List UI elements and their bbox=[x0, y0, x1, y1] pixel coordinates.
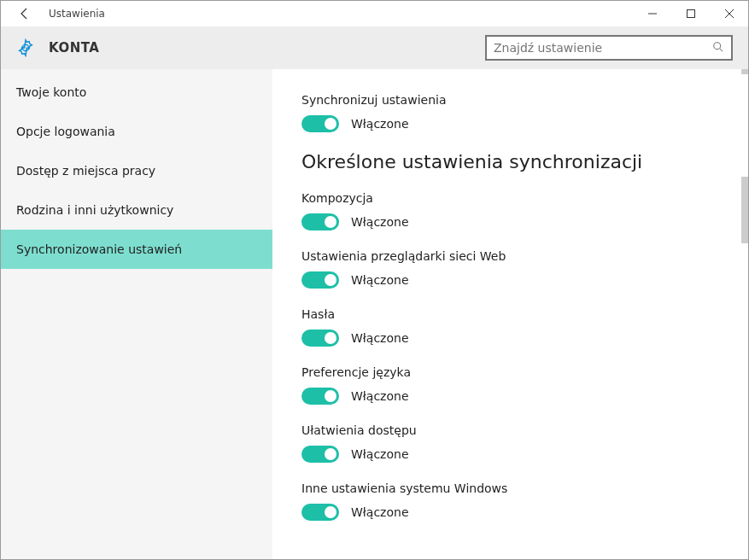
back-button[interactable] bbox=[8, 1, 42, 26]
search-box[interactable] bbox=[485, 35, 733, 61]
toggle-language[interactable] bbox=[301, 388, 339, 405]
toggle-other[interactable] bbox=[301, 504, 339, 521]
settings-window: Ustawienia KONTA Twoje konto Opcje logow… bbox=[0, 0, 749, 560]
scrollbar-nub-top[interactable] bbox=[741, 69, 748, 74]
window-title: Ustawienia bbox=[49, 1, 105, 26]
sync-label: Synchronizuj ustawienia bbox=[301, 93, 723, 107]
toggle-row-passwords: Włączone bbox=[301, 330, 723, 347]
toggle-label-theme: Kompozycja bbox=[301, 191, 723, 205]
toggle-state-ease: Włączone bbox=[351, 447, 409, 461]
scrollbar-thumb[interactable] bbox=[741, 177, 748, 243]
body: Twoje konto Opcje logowania Dostęp z mie… bbox=[1, 69, 748, 559]
svg-point-4 bbox=[714, 42, 721, 49]
toggle-state-other: Włączone bbox=[351, 505, 409, 519]
toggle-label-passwords: Hasła bbox=[301, 307, 723, 321]
toggle-state-language: Włączone bbox=[351, 389, 409, 403]
svg-rect-1 bbox=[687, 10, 694, 18]
content-pane: Synchronizuj ustawienia Włączone Określo… bbox=[272, 69, 748, 559]
page-header: KONTA bbox=[1, 26, 748, 69]
toggle-ease[interactable] bbox=[301, 446, 339, 463]
sync-toggle-row: Włączone bbox=[301, 115, 723, 132]
toggle-passwords[interactable] bbox=[301, 330, 339, 347]
toggle-state-passwords: Włączone bbox=[351, 331, 409, 345]
toggle-row-other: Włączone bbox=[301, 504, 723, 521]
maximize-button[interactable] bbox=[671, 1, 710, 26]
sidebar-item-account[interactable]: Twoje konto bbox=[1, 73, 272, 112]
sidebar-item-work-access[interactable]: Dostęp z miejsca pracy bbox=[1, 151, 272, 190]
toggle-label-ease: Ułatwienia dostępu bbox=[301, 423, 723, 437]
sidebar-item-family[interactable]: Rodzina i inni użytkownicy bbox=[1, 190, 272, 230]
search-input[interactable] bbox=[494, 41, 712, 55]
section-title: Określone ustawienia synchronizacji bbox=[301, 151, 723, 172]
close-button[interactable] bbox=[710, 1, 748, 26]
toggle-row-ease: Włączone bbox=[301, 446, 723, 463]
toggle-row-browser: Włączone bbox=[301, 271, 723, 289]
toggle-row-theme: Włączone bbox=[301, 213, 723, 230]
svg-line-5 bbox=[720, 48, 723, 51]
page-title: KONTA bbox=[49, 40, 485, 55]
toggle-label-language: Preferencje języka bbox=[301, 365, 723, 379]
toggle-label-browser: Ustawienia przeglądarki sieci Web bbox=[301, 249, 723, 263]
toggle-browser[interactable] bbox=[301, 271, 339, 289]
minimize-button[interactable] bbox=[633, 1, 671, 26]
toggle-row-language: Włączone bbox=[301, 388, 723, 405]
sync-state: Włączone bbox=[351, 117, 409, 131]
toggle-state-theme: Włączone bbox=[351, 215, 409, 229]
toggle-theme[interactable] bbox=[301, 213, 339, 230]
toggle-state-browser: Włączone bbox=[351, 273, 409, 287]
sidebar-item-sync-settings[interactable]: Synchronizowanie ustawień bbox=[1, 230, 272, 269]
sync-toggle[interactable] bbox=[301, 115, 339, 132]
toggle-label-other: Inne ustawienia systemu Windows bbox=[301, 481, 723, 495]
sidebar-item-signin-options[interactable]: Opcje logowania bbox=[1, 112, 272, 151]
titlebar: Ustawienia bbox=[1, 1, 748, 26]
gear-icon bbox=[16, 38, 35, 57]
sidebar: Twoje konto Opcje logowania Dostęp z mie… bbox=[1, 69, 272, 559]
search-icon bbox=[712, 41, 724, 55]
